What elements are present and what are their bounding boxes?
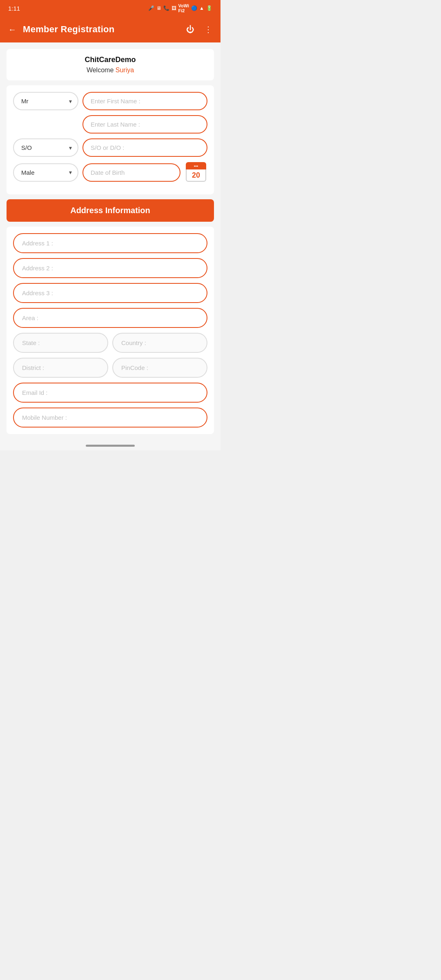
- battery-icon: 🔋: [206, 5, 212, 11]
- relation-input[interactable]: [82, 138, 207, 157]
- first-name-input[interactable]: [82, 92, 207, 110]
- gender-dob-row: Male Female Other ▪▪▪ 20: [13, 162, 207, 183]
- power-button[interactable]: ⏻: [185, 23, 196, 36]
- calendar-button[interactable]: ▪▪▪ 20: [185, 162, 207, 183]
- calendar-icon: ▪▪▪ 20: [186, 162, 206, 183]
- mobile-input[interactable]: [13, 408, 207, 428]
- relation-row: S/O D/O W/O: [13, 138, 207, 157]
- menu-button[interactable]: ⋮: [203, 23, 214, 36]
- address-header-text: Address Information: [70, 206, 150, 215]
- lastname-row: [13, 115, 207, 134]
- wifi-icon: VoWiFi2: [178, 3, 189, 13]
- gender-select[interactable]: Male Female Other: [13, 163, 78, 182]
- last-name-input[interactable]: [82, 115, 207, 134]
- app-bar: ← Member Registration ⏻ ⋮: [0, 16, 220, 42]
- address3-input[interactable]: [13, 283, 207, 303]
- title-select[interactable]: Mr Mrs Ms Dr: [13, 92, 78, 110]
- welcome-text: Welcome Suriya: [13, 67, 207, 74]
- title-select-wrapper: Mr Mrs Ms Dr: [13, 92, 78, 110]
- bottom-bar: [0, 441, 220, 450]
- calendar-day: 20: [186, 169, 206, 182]
- status-icons: 🎤 🖥 📞 🖼 VoWiFi2 🔵 ▲ 🔋: [148, 3, 212, 13]
- content: ChitCareDemo Welcome Suriya Mr Mrs Ms Dr: [0, 42, 220, 441]
- area-input[interactable]: [13, 308, 207, 328]
- bottom-indicator: [86, 445, 135, 447]
- bluetooth-icon: 🔵: [191, 5, 197, 11]
- district-pincode-row: [13, 358, 207, 378]
- dob-input-wrapper: [82, 163, 180, 182]
- mic-icon: 🎤: [148, 5, 154, 11]
- welcome-prefix: Welcome: [87, 67, 116, 74]
- country-input[interactable]: [112, 333, 207, 353]
- screen-icon: 🖥: [156, 5, 161, 11]
- dob-input[interactable]: [82, 163, 180, 182]
- address2-input[interactable]: [13, 258, 207, 278]
- user-name: Suriya: [116, 67, 134, 74]
- address-header: Address Information: [7, 199, 214, 222]
- gender-select-wrapper: Male Female Other: [13, 163, 78, 182]
- state-input[interactable]: [13, 333, 108, 353]
- header-section: ChitCareDemo Welcome Suriya: [7, 49, 214, 80]
- status-time: 1:11: [8, 5, 20, 12]
- state-country-row: [13, 333, 207, 353]
- app-bar-icons: ⏻ ⋮: [185, 23, 214, 36]
- back-button[interactable]: ←: [7, 23, 18, 36]
- app-bar-title: Member Registration: [23, 24, 180, 35]
- relation-select[interactable]: S/O D/O W/O: [13, 138, 78, 157]
- address-section: [7, 227, 214, 434]
- signal-icon: ▲: [199, 5, 204, 11]
- district-input[interactable]: [13, 358, 108, 378]
- phone-icon: 📞: [163, 5, 169, 11]
- image-icon: 🖼: [172, 5, 176, 11]
- app-name: ChitCareDemo: [13, 56, 207, 64]
- status-bar: 1:11 🎤 🖥 📞 🖼 VoWiFi2 🔵 ▲ 🔋: [0, 0, 220, 16]
- email-input[interactable]: [13, 383, 207, 403]
- relation-select-wrapper: S/O D/O W/O: [13, 138, 78, 157]
- address1-input[interactable]: [13, 233, 207, 253]
- title-firstname-row: Mr Mrs Ms Dr: [13, 92, 207, 110]
- personal-form-section: Mr Mrs Ms Dr S/O D/O W/O: [7, 85, 214, 194]
- pincode-input[interactable]: [112, 358, 207, 378]
